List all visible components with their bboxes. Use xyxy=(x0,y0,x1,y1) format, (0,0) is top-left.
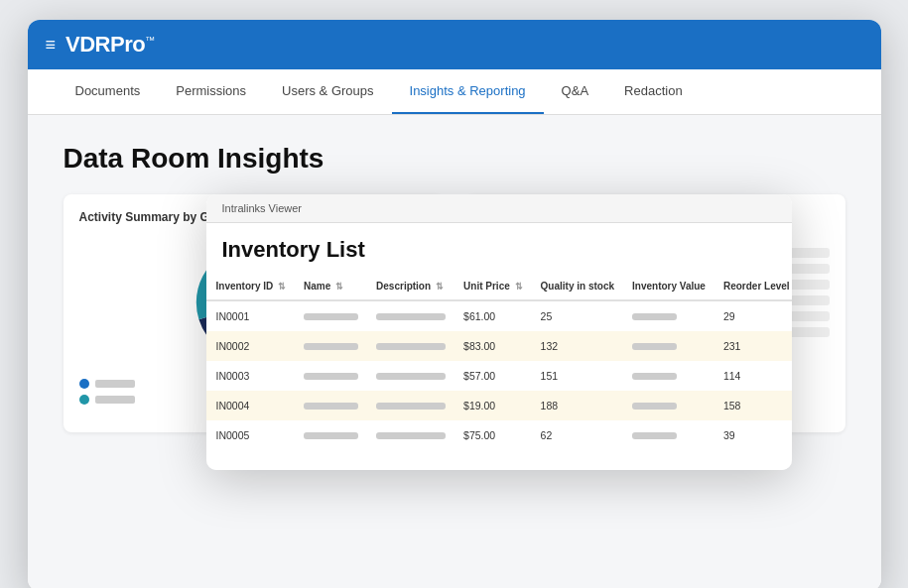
legend-line-3 xyxy=(95,396,135,404)
cell-name xyxy=(294,420,366,450)
cell-inv-value xyxy=(622,420,713,450)
cell-price: $83.00 xyxy=(454,331,530,361)
brand-logo: VDRPro™ xyxy=(65,32,155,58)
cell-name xyxy=(294,300,366,331)
cell-price: $19.00 xyxy=(454,391,530,420)
cell-qty-stock: 25 xyxy=(531,300,622,331)
cell-id: IN0005 xyxy=(206,420,295,450)
col-description: Description ⇅ xyxy=(366,273,454,300)
cell-reorder-level: 29 xyxy=(713,300,792,331)
cell-name xyxy=(294,331,366,361)
main-content: Data Room Insights Activity Summary by G… xyxy=(28,115,881,588)
cell-qty-stock: 132 xyxy=(531,331,622,361)
table-row: IN0002 $83.00 132 231 4 50 xyxy=(206,331,792,361)
browser-window: ≡ VDRPro™ Documents Permissions Users & … xyxy=(28,20,881,588)
nav-item-permissions[interactable]: Permissions xyxy=(158,69,264,114)
col-inventory-id: Inventory ID ⇅ xyxy=(206,273,295,300)
nav-bar: Documents Permissions Users & Groups Ins… xyxy=(28,69,881,115)
table-header-row: Inventory ID ⇅ Name ⇅ Description ⇅ Unit… xyxy=(206,273,792,300)
inventory-table: Inventory ID ⇅ Name ⇅ Description ⇅ Unit… xyxy=(206,273,792,450)
cell-reorder-level: 114 xyxy=(713,361,792,391)
col-name: Name ⇅ xyxy=(294,273,366,300)
cell-inv-value xyxy=(622,361,713,391)
cell-reorder-level: 158 xyxy=(713,391,792,420)
overlay-fade xyxy=(206,450,792,470)
cell-desc xyxy=(366,361,454,391)
cell-id: IN0004 xyxy=(206,391,295,420)
legend-line-1 xyxy=(95,380,135,388)
table-row: IN0001 $61.00 25 29 13 50 xyxy=(206,300,792,331)
cell-price: $61.00 xyxy=(454,300,530,331)
table-row: IN0005 $75.00 62 39 12 50 xyxy=(206,420,792,450)
cell-name xyxy=(294,361,366,391)
nav-item-redaction[interactable]: Redaction xyxy=(606,69,701,114)
hamburger-icon[interactable]: ≡ xyxy=(46,35,57,56)
top-bar: ≡ VDRPro™ xyxy=(28,20,881,69)
table-row: IN0004 $19.00 188 158 8 50 xyxy=(206,391,792,420)
cell-inv-value xyxy=(622,331,713,361)
cell-inv-value xyxy=(622,300,713,331)
col-unit-price: Unit Price ⇅ xyxy=(454,273,530,300)
cell-id: IN0001 xyxy=(206,300,295,331)
nav-item-users-groups[interactable]: Users & Groups xyxy=(264,69,391,114)
cell-inv-value xyxy=(622,391,713,420)
cell-reorder-level: 39 xyxy=(713,420,792,450)
cell-id: IN0003 xyxy=(206,361,295,391)
col-qty-stock: Quality in stock xyxy=(531,273,622,300)
cell-price: $57.00 xyxy=(454,361,530,391)
cell-desc xyxy=(366,420,454,450)
inventory-overlay: Intralinks Viewer Inventory List Invento… xyxy=(206,194,792,470)
cell-desc xyxy=(366,331,454,361)
nav-item-documents[interactable]: Documents xyxy=(58,69,159,114)
cell-desc xyxy=(366,300,454,331)
legend-dot-3 xyxy=(79,395,89,405)
page-title: Data Room Insights xyxy=(64,143,845,175)
col-reorder-level: Reorder Level ⇅ xyxy=(713,273,792,300)
cell-name xyxy=(294,391,366,420)
table-row: IN0003 $57.00 151 114 11 150 xyxy=(206,361,792,391)
cell-desc xyxy=(366,391,454,420)
cell-reorder-level: 231 xyxy=(713,331,792,361)
cell-qty-stock: 62 xyxy=(531,420,622,450)
cell-price: $75.00 xyxy=(454,420,530,450)
cell-qty-stock: 151 xyxy=(531,361,622,391)
inventory-title: Inventory List xyxy=(206,223,792,273)
cell-qty-stock: 188 xyxy=(531,391,622,420)
nav-item-insights[interactable]: Insights & Reporting xyxy=(392,69,544,114)
nav-item-qa[interactable]: Q&A xyxy=(544,69,606,114)
overlay-header: Intralinks Viewer xyxy=(206,194,792,223)
col-inv-value: Inventory Value xyxy=(622,273,713,300)
legend-dot-1 xyxy=(79,379,89,389)
cell-id: IN0002 xyxy=(206,331,295,361)
